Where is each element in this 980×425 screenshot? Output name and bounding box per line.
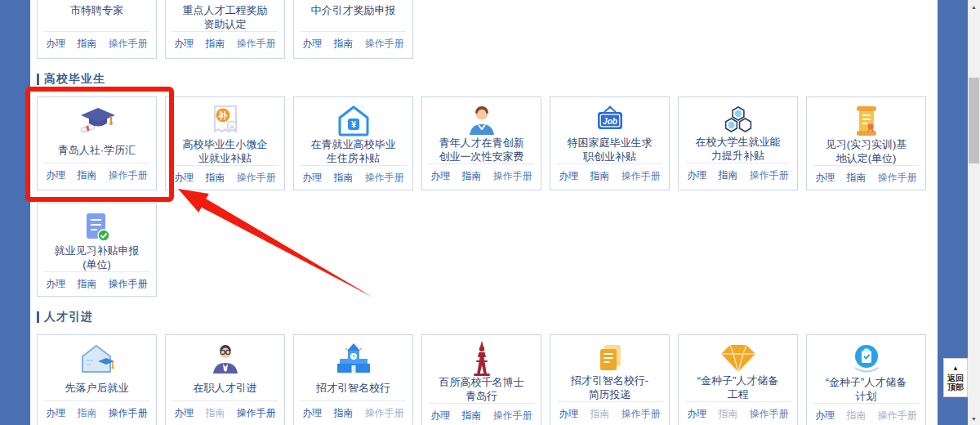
- guide-link[interactable]: 指南: [206, 171, 225, 185]
- apply-link[interactable]: 办理: [302, 406, 322, 420]
- service-card[interactable]: 招才引智名校行-简历投递办理指南操作手册: [550, 334, 670, 425]
- subsidy-ticket-icon: 补 ¥: [210, 105, 241, 137]
- manual-link[interactable]: 操作手册: [621, 169, 661, 183]
- guide-link[interactable]: 指南: [78, 277, 97, 291]
- apply-link[interactable]: 办理: [46, 37, 65, 51]
- manual-link[interactable]: 操作手册: [750, 407, 789, 421]
- service-card[interactable]: 中介引才奖励申报办理指南操作手册: [293, 0, 413, 59]
- scrollbar[interactable]: ▲ ▼: [968, 0, 980, 425]
- guide-link[interactable]: 指南: [590, 169, 610, 183]
- card-title: 百所高校千名博士青岛行: [439, 375, 525, 403]
- manual-link[interactable]: 操作手册: [493, 169, 532, 183]
- apply-link[interactable]: 办理: [46, 168, 65, 182]
- service-card[interactable]: “金种子”人才储备计划办理指南操作手册: [806, 334, 926, 425]
- service-card[interactable]: 百所高校千名博士青岛行办理指南操作手册: [421, 334, 541, 425]
- manual-link[interactable]: 操作手册: [878, 171, 917, 185]
- card-title: 高校毕业生小微企业就业补贴: [182, 137, 269, 165]
- guide-link[interactable]: 指南: [78, 406, 97, 420]
- service-card[interactable]: 见习(实习实训)基地认定(单位)办理指南操作手册: [806, 96, 926, 190]
- guide-link[interactable]: 指南: [847, 171, 866, 185]
- apply-link[interactable]: 办理: [46, 277, 65, 291]
- manual-link[interactable]: 操作手册: [878, 409, 917, 423]
- person-suit-icon: [209, 342, 242, 375]
- service-card[interactable]: 先落户后就业办理指南操作手册: [37, 334, 157, 425]
- guide-link[interactable]: 指南: [206, 37, 225, 51]
- guide-link[interactable]: 指南: [847, 409, 866, 423]
- apply-link[interactable]: 办理: [815, 171, 835, 185]
- manual-link[interactable]: 操作手册: [109, 37, 148, 51]
- card-title: 青年人才在青创新创业一次性安家费: [439, 136, 525, 163]
- service-card[interactable]: 就业见习补贴申报(单位)办理指南操作手册: [37, 203, 157, 297]
- manual-link[interactable]: 操作手册: [365, 37, 404, 51]
- apply-link[interactable]: 办理: [430, 409, 450, 423]
- back-to-top-arrow-icon: ▲: [952, 365, 959, 372]
- scrollbar-down-arrow-icon[interactable]: ▼: [968, 414, 980, 423]
- back-to-top-label: 返回 顶部: [947, 374, 964, 391]
- guide-link[interactable]: 指南: [719, 168, 738, 182]
- card-footer: 办理指南操作手册: [429, 403, 534, 425]
- apply-link[interactable]: 办理: [687, 407, 706, 421]
- apply-link[interactable]: 办理: [559, 169, 578, 183]
- guide-link[interactable]: 指南: [462, 169, 482, 183]
- guide-link[interactable]: 指南: [462, 409, 482, 423]
- back-to-top-label-line1: 返回: [947, 374, 964, 382]
- apply-link[interactable]: 办理: [174, 37, 194, 51]
- apply-link[interactable]: 办理: [174, 406, 194, 420]
- manual-link[interactable]: 操作手册: [493, 409, 532, 423]
- guide-link[interactable]: 指南: [334, 37, 354, 51]
- guide-link[interactable]: 指南: [334, 171, 354, 185]
- service-card[interactable]: 在职人才引进办理指南操作手册: [165, 334, 285, 425]
- guide-link[interactable]: 指南: [719, 407, 738, 421]
- service-card[interactable]: “金种子”人才储备工程办理指南操作手册: [678, 334, 798, 425]
- guide-link[interactable]: 指南: [334, 406, 354, 420]
- card-title: “金种子”人才储备工程: [695, 374, 782, 401]
- card-title: “金种子”人才储备计划: [823, 375, 910, 403]
- apply-link[interactable]: 办理: [174, 171, 194, 185]
- guide-link[interactable]: 指南: [78, 168, 97, 182]
- card-title: 市特聘专家: [70, 3, 123, 17]
- manual-link[interactable]: 操作手册: [109, 406, 148, 420]
- scrollbar-thumb[interactable]: [969, 78, 979, 163]
- manual-link[interactable]: 操作手册: [109, 168, 148, 182]
- back-to-top-button[interactable]: ▲ 返回 顶部: [943, 358, 968, 397]
- content-area: 市特聘专家办理指南操作手册重点人才工程奖励资助认定办理指南操作手册中介引才奖励申…: [30, 0, 938, 425]
- service-card[interactable]: 青年人才在青创新创业一次性安家费办理指南操作手册: [421, 96, 541, 190]
- scrollbar-up-arrow-icon[interactable]: ▲: [968, 2, 980, 11]
- manual-link[interactable]: 操作手册: [237, 406, 276, 420]
- diamond-gold-icon: [719, 342, 757, 374]
- svg-text:Job: Job: [603, 117, 617, 126]
- service-card[interactable]: 补 ¥ 高校毕业生小微企业就业补贴办理指南操作手册: [165, 96, 285, 190]
- apply-link[interactable]: 办理: [815, 409, 835, 423]
- manual-link[interactable]: 操作手册: [365, 171, 404, 185]
- service-card[interactable]: 青岛人社·学历汇办理指南操作手册: [37, 96, 157, 190]
- guide-link[interactable]: 指南: [590, 407, 610, 421]
- molecule-hexagons-icon: [721, 105, 755, 135]
- service-card[interactable]: ¥ 在青就业高校毕业生住房补贴办理指南操作手册: [293, 96, 413, 190]
- apply-link[interactable]: 办理: [430, 169, 450, 183]
- house-graduate-icon: [78, 342, 116, 375]
- guide-link[interactable]: 指南: [206, 406, 225, 420]
- apply-link[interactable]: 办理: [687, 168, 706, 182]
- service-card[interactable]: 重点人才工程奖励资助认定办理指南操作手册: [165, 0, 285, 59]
- resume-docs-icon: [594, 342, 626, 374]
- card-title: 特困家庭毕业生求职创业补贴: [567, 136, 653, 163]
- manual-link[interactable]: 操作手册: [237, 171, 276, 185]
- apply-link[interactable]: 办理: [302, 171, 322, 185]
- service-card[interactable]: Job 特困家庭毕业生求职创业补贴办理指南操作手册: [550, 96, 670, 190]
- apply-link[interactable]: 办理: [302, 37, 322, 51]
- manual-link[interactable]: 操作手册: [750, 168, 789, 182]
- manual-link[interactable]: 操作手册: [621, 407, 661, 421]
- card-title: 中介引才奖励申报: [311, 3, 396, 17]
- service-card[interactable]: 市特聘专家办理指南操作手册: [37, 0, 157, 59]
- manual-link[interactable]: 操作手册: [237, 37, 276, 51]
- service-card[interactable]: 招才引智名校行办理指南操作手册: [293, 334, 413, 425]
- apply-link[interactable]: 办理: [46, 406, 65, 420]
- manual-link[interactable]: 操作手册: [109, 277, 148, 291]
- guide-link[interactable]: 指南: [78, 37, 97, 51]
- card-footer: 办理指南操作手册: [44, 31, 149, 58]
- manual-link[interactable]: 操作手册: [365, 406, 404, 420]
- service-card[interactable]: 在校大学生就业能力提升补贴办理指南操作手册: [678, 96, 798, 190]
- scroll-certificate-icon: [852, 105, 881, 137]
- apply-link[interactable]: 办理: [559, 407, 578, 421]
- card-title: 在校大学生就业能力提升补贴: [695, 135, 782, 163]
